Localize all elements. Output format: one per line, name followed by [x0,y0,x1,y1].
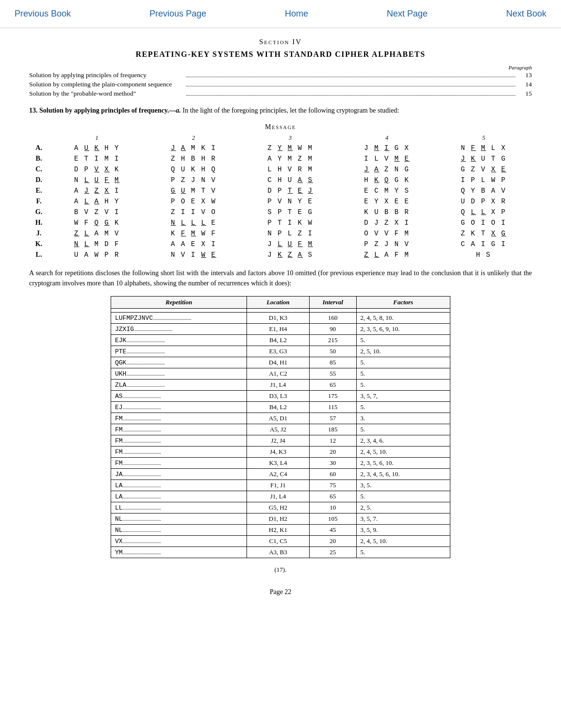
cipher-char: L [481,176,486,184]
message-row: H.W F Q G KN L L L EP T I K WD J Z X IG … [29,217,532,228]
cipher-char: L [481,208,486,216]
message-cell: C H U A S [242,175,338,185]
interval-cell: 85 [309,357,356,368]
cipher-char: I [115,155,119,163]
cipher-char: A [267,155,272,163]
message-cell: D P V X K [49,164,145,175]
message-cell: I L V M E [339,153,435,164]
message-cell: N F M L X [435,143,532,153]
message-cell: N L M D F [49,239,145,249]
repetition-cell: QGK................................... [111,357,247,368]
rep-text: UKH [115,370,126,378]
table-row: ZLA...................................J1… [111,380,450,391]
rep-text: LL [115,504,123,512]
cipher-char: B [395,208,399,216]
repetition-cell: FM................................... [111,447,247,458]
row-label: L. [29,249,49,260]
message-cell: G U M T V [145,185,242,196]
cipher-char: M [288,155,293,163]
row-label: K. [29,239,49,249]
factors-cell: 3, 5, 7. [356,513,450,525]
cipher-char: V [374,230,379,237]
message-section: Message 1 2 3 4 5 A.A U K H YJ A M K IZ … [29,123,532,260]
rep-text: LUFMPZJNVC [115,314,153,322]
factors-cell: 2, 3, 5, 6, 10. [356,458,450,469]
cipher-char: G [461,165,466,173]
cipher-char: P [501,208,506,216]
cipher-char: K [471,230,476,237]
cipher-char: R [501,198,506,205]
message-cell: E T I M I [49,153,145,164]
message-row: L.U A W P RN V I W EJ K Z A SZ L A F MH … [29,249,532,260]
table-row: YM...................................A3,… [111,547,450,558]
cipher-char: G [491,240,496,248]
cipher-char: G [395,176,399,184]
cipher-char: A [94,198,99,205]
prev-page-link[interactable]: Previous Page [149,9,206,19]
location-cell: J1, L4 [247,380,310,391]
cipher-char: U [288,176,293,184]
message-cell: A Y M Z M [242,153,338,164]
message-cell: K U B B R [339,207,435,217]
interval-cell: 30 [309,458,356,469]
cipher-char: N [395,165,399,173]
interval-cell: 160 [309,313,356,324]
interval-cell: 20 [309,536,356,547]
repetition-cell: LA................................... [111,480,247,491]
cipher-char: U [181,165,186,173]
location-cell: E3, G3 [247,346,310,357]
cipher-char: T [491,155,496,163]
table-row: NL...................................H2,… [111,525,450,536]
toc-row-2: Solution by completing the plain-compone… [29,81,532,88]
cipher-char: S [308,251,313,259]
repetition-cell: PTE................................... [111,346,247,357]
table-row: EJK...................................B4… [111,335,450,346]
cipher-char: V [481,165,486,173]
cipher-char: M [395,155,399,163]
cipher-char: L [267,165,272,173]
prev-book-link[interactable]: Previous Book [15,9,71,19]
location-cell: A5, D1 [247,413,310,424]
cipher-char: F [298,240,303,248]
toc-label-3: Solution by the "probable-word method" [29,90,184,98]
repetition-cell: LUFMPZJNVC..............................… [111,313,247,324]
cipher-char: T [288,187,293,195]
message-cell: O V V F M [339,228,435,239]
cipher-char: Y [374,198,379,205]
location-cell: K3, L4 [247,458,310,469]
cipher-char: A [298,176,303,184]
cipher-char: U [374,208,379,216]
cipher-char: P [501,176,506,184]
repetition-cell: LL................................... [111,502,247,513]
next-book-link[interactable]: Next Book [506,9,546,19]
cipher-char: Z [94,208,99,216]
cipher-char: D [74,165,79,173]
cipher-char: N [201,176,206,184]
table-row: NL...................................D1,… [111,513,450,525]
message-row: G.B V Z V IZ I I V OS P T E GK U B B RQ … [29,207,532,217]
cipher-char: E [364,187,369,195]
cipher-char: P [278,230,282,237]
cipher-char: I [481,240,486,248]
location-cell: D4, H1 [247,357,310,368]
cipher-char: Q [171,165,176,173]
table-row: VX...................................C1,… [111,536,450,547]
cipher-char: L [471,208,476,216]
rep-text: NL [115,527,123,534]
message-cell: Q U K H Q [145,164,242,175]
home-link[interactable]: Home [285,9,308,19]
cipher-char: K [278,251,282,259]
factors-cell: 2, 4, 5, 8, 10. [356,313,450,324]
cipher-char: O [471,219,476,227]
cipher-char: M [104,155,109,163]
rep-text: VX [115,538,123,545]
repetition-cell: FM................................... [111,435,247,447]
rep-text: FM [115,426,123,433]
next-page-link[interactable]: Next Page [387,9,428,19]
cipher-char: G [501,230,506,237]
cipher-char: Z [171,155,176,163]
column-number-row: 1 2 3 4 5 [29,133,532,143]
cipher-char: H [476,251,481,259]
table-row: FM...................................J4,… [111,447,450,458]
location-cell: C1, C5 [247,536,310,547]
